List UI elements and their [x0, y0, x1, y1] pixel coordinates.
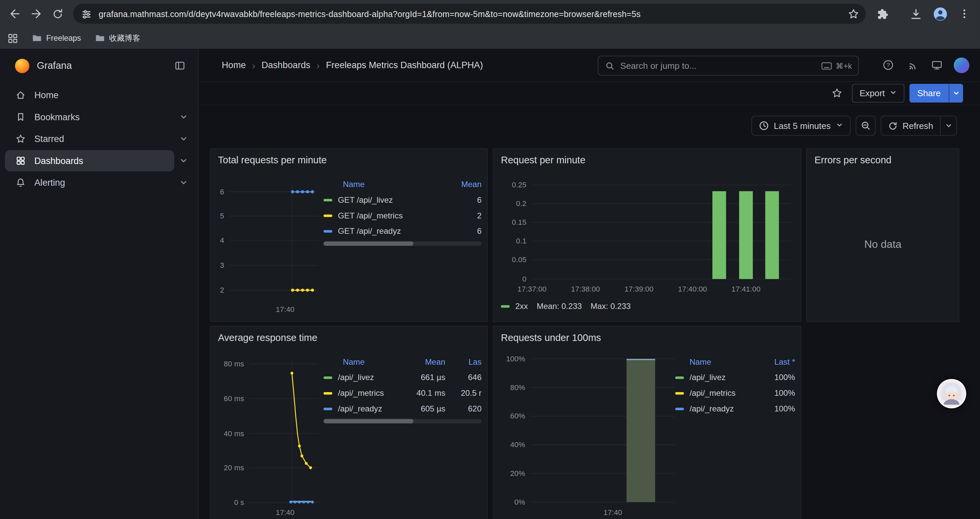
- svg-text:80%: 80%: [510, 383, 525, 392]
- keyboard-icon: [821, 61, 832, 69]
- legend-header-name[interactable]: Name: [675, 357, 754, 366]
- series-last: 646: [445, 373, 482, 382]
- series-mean: 605 µs: [404, 404, 445, 414]
- panel-title[interactable]: Errors per second: [815, 155, 892, 166]
- profile-button[interactable]: [929, 3, 951, 24]
- series-name: /api/_metrics: [338, 388, 384, 398]
- series-last: 100%: [754, 404, 795, 414]
- favorite-dashboard-button[interactable]: [827, 83, 847, 103]
- downloads-button[interactable]: [905, 3, 926, 24]
- scrollbar-thumb[interactable]: [323, 419, 414, 423]
- user-avatar-button[interactable]: [951, 55, 971, 75]
- series-last: 20.5 r: [445, 388, 482, 398]
- legend-header-last[interactable]: Las: [445, 357, 482, 366]
- browser-menu-button[interactable]: [954, 3, 975, 24]
- bookmark-folder-freeleaps[interactable]: Freeleaps: [32, 33, 81, 43]
- folder-icon: [95, 33, 105, 43]
- legend-header-mean[interactable]: Mean: [447, 179, 482, 188]
- panel-errors-per-second: Errors per second No data: [806, 148, 959, 322]
- bookmark-label: Freeleaps: [46, 34, 81, 42]
- series-mean: 2: [447, 211, 482, 220]
- assistant-avatar[interactable]: [937, 379, 966, 409]
- series-swatch-green: [323, 376, 332, 378]
- refresh-label: Refresh: [903, 121, 933, 131]
- legend-row: /api/_livez 661 µs 646: [323, 370, 482, 385]
- kiosk-button[interactable]: [927, 55, 947, 75]
- svg-text:60%: 60%: [510, 412, 525, 420]
- legend-row: GET /api/_metrics 2: [323, 208, 482, 224]
- dock-sidebar-icon: [174, 60, 185, 72]
- extensions-button[interactable]: [872, 3, 893, 24]
- chevron-down-icon[interactable]: [174, 173, 193, 192]
- bookmarks-bar: Freeleaps 收藏博客: [0, 27, 980, 49]
- svg-text:6: 6: [220, 188, 224, 196]
- legend-header-mean[interactable]: Mean: [404, 357, 445, 366]
- breadcrumb-current: Freeleaps Metrics Dashboard (ALPHA): [326, 60, 483, 70]
- svg-text:40 ms: 40 ms: [224, 430, 244, 438]
- help-button[interactable]: ?: [878, 55, 898, 75]
- chevron-down-icon: [835, 121, 843, 131]
- sidebar-item-starred[interactable]: Starred: [5, 128, 193, 150]
- breadcrumb-dashboards[interactable]: Dashboards: [261, 60, 310, 70]
- sidebar-item-dashboards[interactable]: Dashboards: [5, 150, 193, 171]
- time-range-label: Last 5 minutes: [774, 121, 831, 131]
- breadcrumb-home[interactable]: Home: [222, 60, 246, 70]
- refresh-button[interactable]: Refresh: [881, 116, 940, 135]
- bookmark-star-icon[interactable]: [848, 8, 859, 20]
- grafana-logo[interactable]: [15, 58, 29, 73]
- legend-series[interactable]: 2xx: [501, 302, 528, 311]
- share-label: Share: [917, 88, 941, 98]
- url-text[interactable]: grafana.mathmast.com/d/deytv4rwavabkb/fr…: [99, 9, 841, 18]
- chevron-down-icon[interactable]: [174, 107, 193, 126]
- export-button[interactable]: Export: [852, 84, 904, 102]
- reload-button[interactable]: [47, 3, 68, 24]
- sidebar-header: Grafana: [0, 49, 198, 83]
- zoom-out-time-button[interactable]: [856, 115, 876, 136]
- legend-max: Max: 0.233: [590, 302, 630, 311]
- chevron-down-icon[interactable]: [174, 129, 193, 148]
- series-mean: 6: [447, 195, 482, 204]
- sidebar-item-home[interactable]: Home: [5, 85, 193, 106]
- svg-text:60 ms: 60 ms: [224, 394, 244, 403]
- dock-sidebar-button[interactable]: [170, 56, 189, 75]
- profile-avatar-icon: [932, 6, 948, 22]
- time-range-picker[interactable]: Last 5 minutes: [751, 115, 851, 136]
- legend-row: /api/_readyz 605 µs 620: [323, 401, 482, 417]
- bookmark-folder-blogs[interactable]: 收藏博客: [95, 33, 140, 43]
- reload-icon: [51, 7, 64, 21]
- dashboard-actions-bar: Export Share: [199, 82, 980, 105]
- refresh-interval-button[interactable]: [940, 116, 956, 135]
- series-name: GET /api/_readyz: [338, 227, 401, 236]
- bar-chart[interactable]: 0.25 0.2 0.15 0.1 0.05 0 17:37:00 17:38:…: [493, 149, 800, 322]
- chevron-down-icon: [953, 89, 960, 97]
- search-input[interactable]: [620, 61, 821, 71]
- panel-total-requests: Total requests per minute 6 5 4 3 2 17:4…: [210, 148, 488, 322]
- url-bar[interactable]: grafana.mathmast.com/d/deytv4rwavabkb/fr…: [73, 4, 865, 24]
- site-info-tune-icon[interactable]: [81, 8, 93, 20]
- share-menu-button[interactable]: [949, 84, 963, 102]
- sidebar-item-bookmarks[interactable]: Bookmarks: [5, 106, 193, 128]
- series-name: GET /api/_livez: [338, 195, 393, 204]
- breadcrumb: Home › Dashboards › Freeleaps Metrics Da…: [222, 60, 483, 70]
- forward-button[interactable]: [26, 3, 47, 24]
- scrollbar-thumb[interactable]: [323, 241, 414, 246]
- chevron-down-icon[interactable]: [174, 151, 193, 170]
- back-button[interactable]: [4, 3, 26, 24]
- legend-header-last[interactable]: Last *: [754, 357, 795, 366]
- legend-header-name[interactable]: Name: [323, 179, 447, 188]
- home-icon: [16, 90, 26, 100]
- news-button[interactable]: [903, 55, 923, 75]
- star-icon: [16, 134, 26, 144]
- bookmark-label: 收藏博客: [109, 33, 140, 43]
- sidebar-item-alerting[interactable]: Alerting: [5, 172, 193, 193]
- search-box[interactable]: ⌘+k: [598, 56, 859, 76]
- legend-table: Name Mean Las /api/_livez 661 µs 646 /ap…: [323, 353, 482, 423]
- share-button[interactable]: Share: [909, 84, 949, 102]
- legend-header: Name Mean Las: [323, 353, 482, 370]
- apps-grid-icon[interactable]: [7, 33, 18, 43]
- legend-header-name[interactable]: Name: [323, 357, 404, 366]
- legend-scrollbar[interactable]: [323, 419, 482, 423]
- legend-scrollbar[interactable]: [323, 241, 482, 246]
- series-name: /api/_readyz: [338, 404, 382, 414]
- svg-text:20%: 20%: [510, 469, 525, 477]
